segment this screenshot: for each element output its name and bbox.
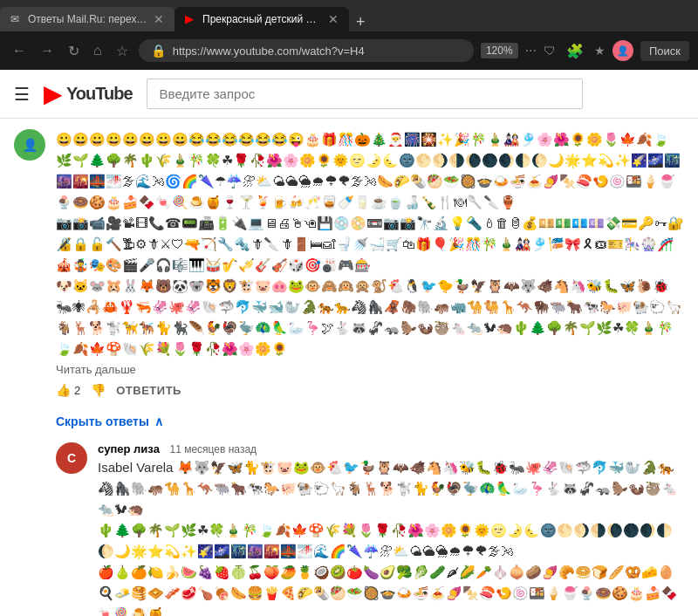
reply-1-time: 11 месяцев назад bbox=[170, 443, 257, 455]
main-comment-emoji-line3: 🐶🐱🐭🐹🐰🦊🐻🐼🐨🐯🦁🐮🐷🐽🐸🐵🙈🙉🙊🐒🐔🐧🐦🐤🦆🦅🦉🦇🐺🐗🐴🦄🐝🐛🦋🐌🐞🐜🕷🦂… bbox=[56, 276, 684, 359]
reply-1-emoji-line3: 🍎🍐🍊🍋🍌🍉🍇🍓🍈🍒🍑🥭🍍🥥🥝🍅🍆🥑🥦🥬🥒🌶🌽🥕🧄🧅🥔🍠🥐🥯🍞🥖🥨🧀🥚🍳🧈🥞🧇🥓… bbox=[98, 562, 684, 616]
tab-mail-title: Ответы Mail.Ru: переход по с... bbox=[28, 13, 148, 25]
comments-area: 👤 😀😀😀😀😀😀😀😀😂😂😂😂😂😂😜🎂🎁🎊🎃🎄🎅🎆🎇✨🎉🎋🎍🎎🎐🌸🌺🌻🌼🌷🍁🍂🍃🌿… bbox=[0, 119, 698, 616]
thumb-down-icon bbox=[91, 383, 106, 397]
tab-mail-close-icon[interactable]: ✕ bbox=[154, 12, 164, 26]
mail-favicon-icon: ✉ bbox=[10, 13, 23, 25]
main-comment-dislike-button[interactable] bbox=[91, 383, 106, 397]
toggle-replies-label: Скрыть ответы bbox=[56, 414, 149, 428]
shield-icon: 🛡 bbox=[544, 44, 556, 58]
thumb-up-icon bbox=[56, 383, 71, 397]
extensions-button[interactable]: 🧩 bbox=[563, 41, 587, 61]
youtube-logo-text: YouTube bbox=[66, 84, 133, 104]
tab-youtube-close-icon[interactable]: ✕ bbox=[328, 12, 339, 26]
tab-mail[interactable]: ✉ Ответы Mail.Ru: переход по с... ✕ bbox=[0, 7, 174, 31]
tab-bar: ✉ Ответы Mail.Ru: переход по с... ✕ ▶ Пр… bbox=[0, 0, 698, 31]
main-comment-avatar: 👤 bbox=[14, 129, 45, 161]
main-comment-like-button[interactable]: 2 bbox=[56, 383, 80, 397]
reply-comment-1: С супер лиза 11 месяцев назад Isabel Var… bbox=[0, 435, 698, 616]
address-bar: ← → ↻ ⌂ ☆ 🔒 https://www.youtube.com/watc… bbox=[0, 31, 698, 70]
youtube-logo-icon: ▶ bbox=[44, 79, 63, 108]
back-button[interactable]: ← bbox=[9, 41, 30, 60]
favorites-star-icon[interactable]: ★ bbox=[594, 44, 606, 58]
forward-button[interactable]: → bbox=[37, 41, 58, 60]
chevron-up-icon bbox=[154, 414, 163, 428]
home-button[interactable]: ⌂ bbox=[90, 41, 106, 60]
reply-1-text-prefix: Isabel Varela 🦊🐺🦅🦋🐈🐮🐷🐸🐵🐔🐦🦆🦉🦇🐗🐴🦄🐝🐛🐞🐜🐙🦑🐚🦈🐬… bbox=[98, 457, 684, 520]
url-bar[interactable]: 🔒 https://www.youtube.com/watch?v=H4 bbox=[139, 39, 474, 62]
main-comment-emoji-line1: 😀😀😀😀😀😀😀😀😂😂😂😂😂😂😜🎂🎁🎊🎃🎄🎅🎆🎇✨🎉🎋🎍🎎🎐🌸🌺🌻🌼🌷🍁🍂🍃🌿🌱🌲… bbox=[56, 129, 684, 213]
hamburger-menu-button[interactable]: ☰ bbox=[14, 84, 30, 105]
reply-1-content: супер лиза 11 месяцев назад Isabel Varel… bbox=[98, 442, 684, 616]
zoom-level: 120% bbox=[481, 43, 518, 58]
main-comment-reply-button[interactable]: ОТВЕТИТЬ bbox=[116, 384, 181, 397]
reply-1-emoji-line2: 🌵🌲🌳🌴🌱🌿☘🍀🎍🎋🍃🍂🍁🍄🌾💐🌷🌹🥀🌺🌸🌼🌻🌞🌝🌛🌜🌚🌕🌖🌗🌘🌑🌒🌓🌔🌙🌟⭐💫… bbox=[98, 520, 684, 562]
main-comment-like-count: 2 bbox=[74, 384, 80, 397]
main-comment-actions: 2 ОТВЕТИТЬ bbox=[56, 383, 684, 397]
browser-chrome: ✉ Ответы Mail.Ru: переход по с... ✕ ▶ Пр… bbox=[0, 0, 698, 70]
main-comment: 👤 😀😀😀😀😀😀😀😀😂😂😂😂😂😂😜🎂🎁🎊🎃🎄🎅🎆🎇✨🎉🎋🎍🎎🎐🌸🌺🌻🌼🌷🍁🍂🍃🌿… bbox=[0, 119, 698, 407]
tab-youtube-title: Прекрасный детский фильм... bbox=[202, 13, 323, 25]
new-tab-button[interactable]: + bbox=[349, 13, 373, 31]
youtube-logo[interactable]: ▶ YouTube bbox=[44, 79, 133, 108]
main-comment-read-more[interactable]: Читать дальше bbox=[56, 363, 684, 376]
url-text: https://www.youtube.com/watch?v=H4 bbox=[173, 44, 462, 58]
reply-1-author: супер лиза 11 месяцев назад bbox=[98, 442, 684, 455]
main-comment-content: 😀😀😀😀😀😀😀😀😂😂😂😂😂😂😜🎂🎁🎊🎃🎄🎅🎆🎇✨🎉🎋🎍🎎🎐🌸🌺🌻🌼🌷🍁🍂🍃🌿🌱🌲… bbox=[56, 129, 684, 397]
security-icon: 🔒 bbox=[151, 44, 166, 58]
youtube-search-input[interactable] bbox=[147, 79, 583, 109]
reply-1-avatar: С bbox=[56, 442, 87, 474]
tab-youtube[interactable]: ▶ Прекрасный детский фильм... ✕ bbox=[174, 7, 349, 31]
bookmark-button[interactable]: ☆ bbox=[113, 41, 132, 61]
reload-button[interactable]: ↻ bbox=[65, 41, 83, 61]
search-button[interactable]: Поиск bbox=[640, 41, 689, 61]
youtube-header: ☰ ▶ YouTube bbox=[0, 70, 698, 119]
main-comment-emoji-line2: 📷📸📹🎥📽🎞📞☎📟📠🔋🔌💻🖥🖨🖱🖲💾💿📀📼📷📸🔭🔬💡🔦🕯🗑🛢💰💴💵💶💷💸💳🔑🗝🔐… bbox=[56, 213, 684, 276]
toggle-replies-button[interactable]: Скрыть ответы bbox=[0, 407, 698, 435]
user-avatar[interactable]: 👤 bbox=[612, 40, 633, 61]
more-options-button[interactable]: ··· bbox=[525, 43, 537, 58]
youtube-favicon-icon: ▶ bbox=[185, 13, 197, 25]
